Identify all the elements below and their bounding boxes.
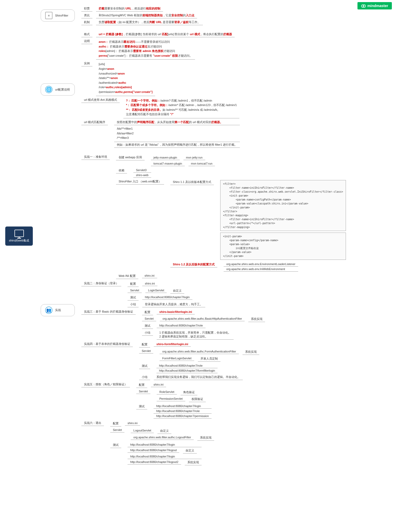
code-filter-2: <init-param> <param-name>config</param-n… (220, 233, 346, 260)
sf-row-1: 类比 和Struts2/SpringMVC Web 框架的前端控制器类似，它是安… (81, 13, 203, 18)
uc-example: 实例 [urls]/login=anon/unauthorized=anon/s… (81, 61, 240, 96)
node-urlconfig[interactable]: url配置说明 (41, 83, 75, 96)
branch-shirofilter: ≡ ShiroFilter 职责 拦截需要安全控制的 URL，然后进行相应的控制… (41, 5, 346, 26)
branch-practice: 实战 实战一：准备环境 创建 webapp 应用 jetty-maven-plu… (41, 154, 346, 467)
urlconfig-title: url配置说明 (55, 88, 70, 92)
sf-row-2: 机制 负责读取配置（如 ini 配置文件），然后判断 URL 是否需要登录／鉴权… (81, 19, 203, 25)
p2: 实战二：身份验证（登录） 配置shiro.ini ServletLoginSer… (81, 281, 346, 308)
sf-row-0: 职责 拦截需要安全控制的 URL，然后进行相应的控制 (81, 6, 203, 12)
mindmap: shiro的web集成 ≡ ShiroFilter 职责 拦截需要安全控制的 U… (5, 5, 390, 467)
code-filter-1: <filter> <filter-name>iniShiroFilter</fi… (220, 180, 346, 231)
logo-text: mindmaster (367, 4, 388, 8)
branch-urlconfig: url配置说明 格式 url = 拦截器 [参数]，拦截器[参数] 当前请求的 … (41, 31, 346, 148)
p5: 实战五：授权（角色／权限验证） 配置shiro.ini Servlet Role… (81, 382, 346, 419)
p6: 实战六：退出 配置shiro.ini Servlet LogoutServlet… (81, 420, 346, 466)
shirofilter-title: ShiroFilter (55, 14, 68, 17)
uc-order: url 模式匹配顺序 按照在配置中的声明顺序匹配，从头开始使用第一个匹配的 ur… (81, 119, 240, 148)
node-practice[interactable]: 实战 (41, 304, 75, 316)
p3: 实战三：基于 Basic 的拦截器身份验证 配置shiro-basicfilte… (81, 309, 346, 340)
node-shirofilter[interactable]: ≡ ShiroFilter (41, 9, 75, 22)
uc-ant: url 模式使用 Ant 风格模式 ?： 匹配一个字符。例如：/admin? 匹… (81, 97, 240, 118)
uc-format: 格式 url = 拦截器 [参数]，拦截器[参数] 当前请求的 url 匹配[u… (81, 31, 240, 37)
root-node[interactable]: shiro的web集成 (5, 227, 33, 246)
p1: 实战一：准备环境 创建 webapp 应用 jetty-maven-plugin… (81, 154, 346, 280)
uc-explain: 说明 anon： 拦截器表示匿名访问——不需要登录就可以访问 authc： 拦截… (81, 38, 240, 60)
globe-icon (45, 86, 52, 93)
logo-icon (361, 4, 366, 8)
practice-title: 实战 (55, 308, 61, 312)
people-icon (45, 307, 52, 314)
mindmaster-logo: mindmaster (357, 2, 392, 9)
doc-icon: ≡ (45, 12, 52, 19)
monitor-icon (14, 230, 24, 237)
root-title: shiro的web集成 (9, 239, 29, 243)
p4: 实战四：基于表单的拦截器身份验证 配置shiro-formfilterlogin… (81, 341, 346, 381)
